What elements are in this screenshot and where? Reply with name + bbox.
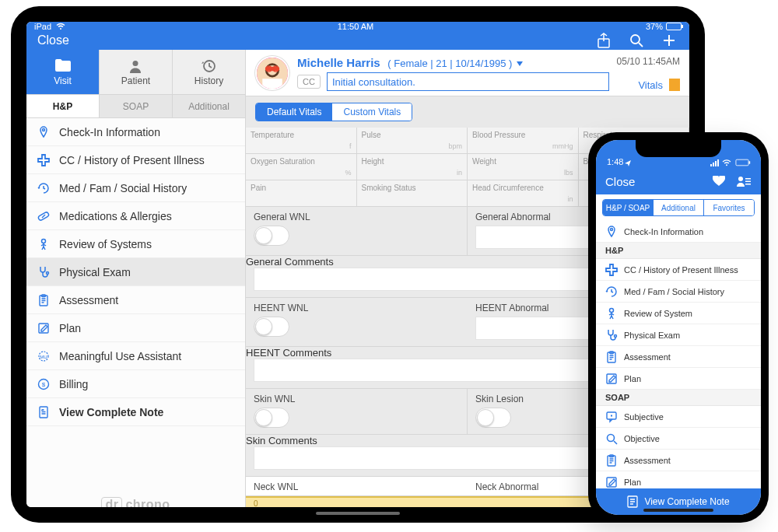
- iphone-close-button[interactable]: Close: [605, 175, 635, 188]
- svg-rect-20: [265, 67, 279, 71]
- iphone-item-label: Plan: [624, 478, 641, 487]
- skin-wnl-toggle[interactable]: [254, 408, 289, 428]
- sidebar-item[interactable]: View Complete Note: [26, 398, 245, 426]
- mu-icon: MU: [36, 348, 51, 364]
- history-icon: [36, 180, 51, 196]
- vitals-field[interactable]: Pulsebpm: [357, 128, 468, 154]
- subtab-soap[interactable]: SOAP: [100, 95, 173, 117]
- iphone-list-item[interactable]: CC / History of Present Illness: [596, 259, 761, 281]
- plus-med-icon: [605, 264, 618, 276]
- chevron-down-icon[interactable]: [517, 61, 523, 66]
- iphone-list-item[interactable]: Assessment: [596, 346, 761, 368]
- vitals-field[interactable]: Head Circumferencein: [468, 180, 579, 207]
- sidebar-item[interactable]: Plan: [26, 314, 245, 342]
- iphone-list-item[interactable]: Physical Exam: [596, 324, 761, 346]
- subtab-hp[interactable]: H&P: [26, 95, 100, 117]
- iphone-list-item[interactable]: Plan: [596, 368, 761, 390]
- vitals-tab[interactable]: Default Vitals: [256, 103, 332, 121]
- sidebar-item-label: View Complete Note: [59, 406, 163, 418]
- iphone-item-label: Assessment: [624, 456, 671, 465]
- iphone-item-label: Review of System: [624, 309, 692, 318]
- vitals-field[interactable]: Weightlbs: [468, 154, 579, 180]
- search-icon[interactable]: [627, 31, 646, 50]
- iphone-list-item[interactable]: Subjective: [596, 406, 761, 428]
- person-icon: [36, 236, 51, 252]
- add-icon[interactable]: [660, 31, 678, 50]
- svg-rect-27: [745, 181, 751, 183]
- user-menu-icon[interactable]: [736, 173, 752, 189]
- svg-rect-23: [262, 79, 282, 89]
- sidebar-item-label: Medications & Allergies: [59, 210, 172, 222]
- tab-history[interactable]: History: [173, 50, 245, 94]
- tab-visit[interactable]: Visit: [26, 50, 100, 94]
- search-icon: [605, 432, 618, 445]
- ipad-nav-bar: Close: [26, 31, 689, 50]
- close-button[interactable]: Close: [37, 33, 69, 47]
- skin-lesion-toggle[interactable]: [475, 408, 511, 428]
- vitals-field[interactable]: Smoking Status: [357, 180, 468, 207]
- vitals-unit: in: [472, 195, 573, 203]
- brand-chrono: chrono: [125, 498, 170, 507]
- iphone-tab[interactable]: H&P / SOAP: [603, 200, 654, 215]
- battery-icon: [666, 23, 682, 30]
- svg-point-2: [631, 35, 640, 44]
- plus-med-icon: [36, 152, 51, 168]
- sidebar-item[interactable]: $Billing: [26, 370, 245, 398]
- iphone-list-item[interactable]: Objective: [596, 428, 761, 450]
- sidebar-item[interactable]: MUMeaningful Use Assistant: [26, 342, 245, 370]
- pill-icon: [36, 208, 51, 224]
- sidebar-item-label: Assessment: [59, 294, 118, 306]
- svg-rect-28: [745, 184, 751, 185]
- vitals-tab[interactable]: Custom Vitals: [332, 103, 412, 121]
- vitals-field[interactable]: Pain: [246, 180, 357, 207]
- vitals-label: Head Circumference: [472, 184, 573, 192]
- sidebar-item[interactable]: Physical Exam: [26, 258, 245, 286]
- iphone-notch: [636, 140, 721, 157]
- sidebar-item[interactable]: Review of Systems: [26, 230, 245, 258]
- sidebar-item[interactable]: Med / Fam / Social History: [26, 174, 245, 202]
- sidebar-item[interactable]: CC / History of Present Illness: [26, 146, 245, 174]
- person-icon: [605, 307, 618, 320]
- vitals-unit: bpm: [362, 142, 463, 150]
- patient-avatar[interactable]: [255, 56, 289, 90]
- patient-name[interactable]: Michelle Harris: [297, 56, 380, 69]
- iphone-item-label: Subjective: [624, 412, 664, 422]
- svg-point-3: [132, 61, 138, 66]
- sidebar-item[interactable]: Medications & Allergies: [26, 202, 245, 230]
- subtab-addl[interactable]: Additional: [173, 95, 245, 117]
- sidebar-item[interactable]: Assessment: [26, 286, 245, 314]
- vitals-field[interactable]: Heightin: [357, 154, 468, 180]
- svg-point-25: [738, 177, 743, 181]
- svg-point-7: [42, 239, 46, 243]
- vitals-unit: f: [251, 142, 352, 150]
- sidebar-item-label: CC / History of Present Illness: [59, 154, 205, 166]
- general-wnl-label: General WNL: [246, 207, 467, 226]
- iphone-list-item[interactable]: Plan: [596, 471, 761, 488]
- user-icon: [128, 58, 145, 74]
- skin-wnl-label: Skin WNL: [246, 389, 467, 408]
- ipad-status-bar: iPad 11:50 AM 37%: [26, 22, 689, 31]
- iphone-list-item[interactable]: Assessment: [596, 450, 761, 471]
- iphone-list-item[interactable]: Med / Fam / Social History: [596, 281, 761, 303]
- iphone-tab[interactable]: Additional: [654, 200, 704, 215]
- wifi-icon: [722, 159, 731, 166]
- vitals-field[interactable]: Temperaturef: [246, 128, 357, 154]
- iphone-list-item[interactable]: Check-In Information: [596, 221, 761, 243]
- vitals-field[interactable]: Blood PressuremmHg: [468, 128, 579, 154]
- heent-wnl-toggle[interactable]: [254, 317, 289, 337]
- svg-point-8: [47, 271, 49, 274]
- tab-patient[interactable]: Patient: [100, 50, 173, 94]
- vitals-link[interactable]: Vitals: [638, 79, 663, 91]
- iphone-tab[interactable]: Favorites: [704, 200, 754, 215]
- heart-icon[interactable]: [711, 173, 727, 189]
- location-arrow-icon: [625, 160, 631, 166]
- steth-icon: [36, 264, 51, 280]
- cc-input[interactable]: [327, 72, 609, 91]
- iphone-section-header: SOAP: [596, 390, 761, 406]
- share-icon[interactable]: [594, 31, 613, 50]
- sidebar-item[interactable]: Check-In Information: [26, 118, 245, 146]
- iphone-list-item[interactable]: Review of System: [596, 303, 761, 324]
- vitals-field[interactable]: Oxygen Saturation%: [246, 154, 357, 180]
- general-wnl-toggle[interactable]: [254, 226, 289, 246]
- document-icon[interactable]: [669, 79, 680, 91]
